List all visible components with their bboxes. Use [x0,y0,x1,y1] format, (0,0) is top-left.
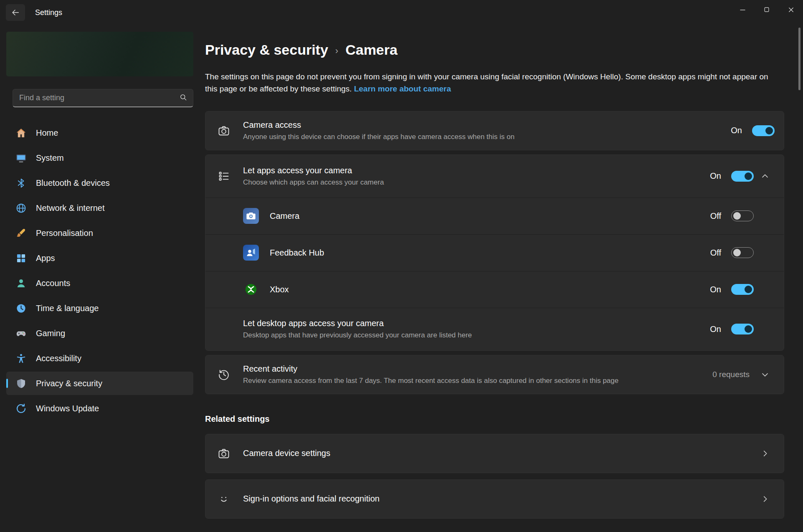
page-title: Camera [345,42,398,58]
sidebar-item-privacy-security[interactable]: Privacy & security [6,372,193,395]
sidebar-item-label: Personalisation [36,228,93,238]
desktop-apps-toggle[interactable] [731,324,754,334]
camera-device-settings-card: Camera device settings [205,434,784,473]
breadcrumb-parent[interactable]: Privacy & security [205,42,328,58]
sidebar: Home System Bluetooth & devices [0,25,200,532]
minimize-icon [739,6,747,14]
home-icon [15,127,27,139]
sidebar-item-time-language[interactable]: Time & language [6,296,193,320]
paintbrush-icon [15,228,27,239]
let-apps-access-toggle[interactable] [731,171,754,182]
maximize-button[interactable] [755,0,779,19]
camera-access-toggle[interactable] [752,125,775,136]
recent-activity-card: Recent activity Review camera access fro… [205,355,784,394]
toggle-state-label: Off [710,211,721,221]
sidebar-item-network-internet[interactable]: Network & internet [6,196,193,220]
sidebar-item-label: Apps [36,253,55,263]
camera-app-icon [243,208,259,224]
sidebar-item-bluetooth-devices[interactable]: Bluetooth & devices [6,171,193,195]
minimize-button[interactable] [730,0,755,19]
sidebar-item-label: Accounts [36,279,70,288]
setting-title: Let apps access your camera [243,166,710,175]
breadcrumb: Privacy & security › Camera [205,42,784,58]
app-name: Feedback Hub [270,248,710,258]
app-name: Camera [270,211,710,221]
window-title: Settings [35,8,62,17]
search-box [13,89,193,107]
xbox-toggle[interactable] [731,284,754,295]
toggle-knob [745,172,752,180]
setting-title: Recent activity [243,364,712,374]
sidebar-item-system[interactable]: System [6,146,193,170]
app-permission-row-xbox: Xbox On [205,271,784,308]
page-description: The settings on this page do not prevent… [205,71,779,95]
related-item-label: Camera device settings [243,448,754,458]
setting-description: Choose which apps can access your camera [243,178,710,187]
collapse-expander[interactable] [755,172,775,181]
sidebar-item-gaming[interactable]: Gaming [6,322,193,345]
sign-in-options-card: Sign-in options and facial recognition [205,479,784,519]
profile-card[interactable] [6,32,193,76]
apps-grid-icon [15,253,27,264]
app-permission-row-feedback-hub: Feedback Hub Off [205,234,784,271]
xbox-app-icon [243,281,259,297]
close-button[interactable] [779,0,803,19]
shield-icon [15,378,27,389]
history-icon [215,368,233,381]
sidebar-item-label: Privacy & security [36,379,102,388]
bluetooth-icon [15,177,27,189]
related-item-label: Sign-in options and facial recognition [243,494,754,504]
clock-icon [15,303,27,314]
camera-app-toggle[interactable] [731,210,754,221]
feedback-hub-toggle[interactable] [731,247,754,258]
camera-device-settings-link[interactable]: Camera device settings [205,434,784,473]
sidebar-item-label: Network & internet [36,203,105,213]
toggle-state-label: On [731,126,742,135]
sidebar-item-apps[interactable]: Apps [6,246,193,270]
search-input[interactable] [13,89,193,106]
sidebar-item-personalisation[interactable]: Personalisation [6,221,193,245]
navigate-indicator [755,494,775,504]
setting-title: Let desktop apps access your camera [243,319,710,328]
feedback-hub-app-icon [243,245,259,261]
chevron-down-icon [760,370,770,379]
toggle-state-label: On [710,285,721,294]
sidebar-item-home[interactable]: Home [6,121,193,144]
toggle-knob [733,249,741,256]
search-icon[interactable] [179,93,187,103]
setting-title: Camera access [243,120,731,130]
accessibility-person-icon [15,353,27,364]
recent-activity-row[interactable]: Recent activity Review camera access fro… [205,355,784,394]
camera-icon [215,447,233,460]
back-arrow-icon [11,8,20,17]
expand-expander[interactable] [755,370,775,379]
camera-access-card: Camera access Anyone using this device c… [205,111,784,150]
game-controller-icon [15,328,27,339]
navigate-indicator [755,449,775,458]
related-settings-heading: Related settings [205,414,784,424]
sidebar-item-label: Home [36,128,58,138]
learn-more-link[interactable]: Learn more about camera [354,84,451,93]
sidebar-item-accounts[interactable]: Accounts [6,271,193,295]
scrollbar-thumb[interactable] [798,28,800,90]
setting-description: Anyone using this device can choose if t… [243,133,731,141]
globe-icon [15,203,27,214]
sidebar-item-accessibility[interactable]: Accessibility [6,347,193,370]
person-icon [15,278,27,289]
let-apps-access-card: Let apps access your camera Choose which… [205,155,784,351]
camera-icon [215,124,233,137]
close-icon [787,6,795,14]
toggle-state-label: On [710,324,721,334]
back-button[interactable] [6,4,25,21]
app-permission-row-camera: Camera Off [205,198,784,234]
main-content: Privacy & security › Camera The settings… [200,25,803,532]
sign-in-options-link[interactable]: Sign-in options and facial recognition [205,480,784,518]
sidebar-item-windows-update[interactable]: Windows Update [6,397,193,420]
toggle-knob [745,325,752,333]
app-list-icon [215,170,233,182]
toggle-state-label: Off [710,248,721,258]
sidebar-item-label: Windows Update [36,404,99,413]
page-description-text: The settings on this page do not prevent… [205,72,768,93]
related-settings-list: Camera device settings Sign-in option [205,434,784,519]
let-apps-access-header-row[interactable]: Let apps access your camera Choose which… [205,155,784,198]
